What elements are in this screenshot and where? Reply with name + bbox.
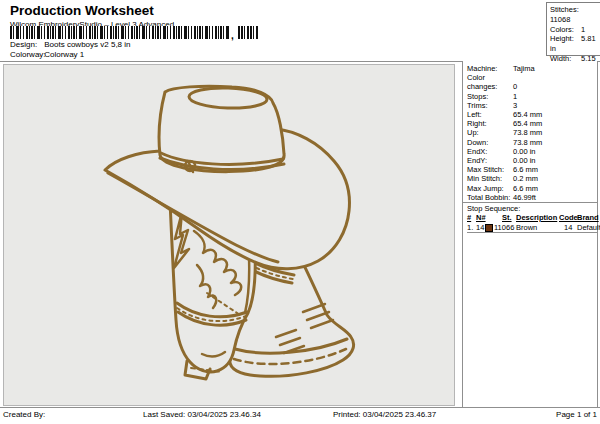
page-title: Production Worksheet xyxy=(10,3,154,18)
seq-row-code: 14 xyxy=(564,223,572,232)
barcode-icon xyxy=(10,26,230,39)
barcode-icon-2 xyxy=(238,26,259,39)
col-header-needle: N# xyxy=(476,213,486,222)
info-right: Right:65.4 mm xyxy=(467,119,597,128)
thread-color-swatch xyxy=(485,224,493,232)
machine-info-list: Machine:Tajima Color changes:0 Stops:1 T… xyxy=(463,61,597,202)
info-min-stitch: Min Stitch:0.2 mm xyxy=(467,174,597,183)
colorway-value: Colorway 1 xyxy=(44,50,84,59)
info-trims: Trims:3 xyxy=(467,101,597,110)
machine-info-panel: Machine:Tajima Color changes:0 Stops:1 T… xyxy=(462,61,598,407)
printed-text: Printed: 03/04/2025 23.46.37 xyxy=(333,410,436,419)
col-header-description: Description xyxy=(516,213,557,222)
last-saved-text: Last Saved: 03/04/2025 23.46.34 xyxy=(143,410,261,419)
info-total-bobbin: Total Bobbin:46.99ft xyxy=(467,193,597,202)
seq-row-needle: 14 xyxy=(476,223,484,232)
design-stats-panel: Stitches:11068 Colors:1 Height:5.81 in W… xyxy=(546,2,600,56)
seq-row-num: 1. xyxy=(467,223,473,232)
stat-height: Height:5.81 in xyxy=(550,34,600,54)
stop-sequence-table: # N# St. Description Code Brand 1. 14 11… xyxy=(467,213,597,233)
col-header-code: Code xyxy=(559,213,578,222)
info-stops: Stops:1 xyxy=(467,92,597,101)
info-down: Down:73.8 mm xyxy=(467,138,597,147)
page-number: Page 1 of 1 xyxy=(556,410,597,419)
seq-row-description: Brown xyxy=(516,223,537,232)
design-value: Boots cowboys v2 5,8 in xyxy=(44,40,130,49)
colorway-label: Colorway: xyxy=(10,50,42,59)
stop-sequence-divider xyxy=(467,232,597,233)
info-machine: Machine:Tajima xyxy=(467,64,597,73)
col-header-stitches: St. xyxy=(502,213,512,222)
stat-stitches: Stitches:11068 xyxy=(550,5,600,25)
info-endx: EndX:0.00 in xyxy=(467,147,597,156)
colorway-row: Colorway: Colorway 1 xyxy=(10,50,84,59)
info-color-changes: Color changes:0 xyxy=(467,73,597,91)
info-max-jump: Max Jump:6.6 mm xyxy=(467,184,597,193)
design-canvas xyxy=(3,64,455,406)
design-row: Design: Boots cowboys v2 5,8 in xyxy=(10,40,131,49)
design-label: Design: xyxy=(10,40,42,49)
info-left: Left:65.4 mm xyxy=(467,110,597,119)
seq-row-stitches: 11066 xyxy=(494,223,514,232)
stop-sequence-title: Stop Sequence: xyxy=(467,204,597,213)
info-up: Up:73.8 mm xyxy=(467,128,597,137)
stat-colors: Colors:1 xyxy=(550,25,600,35)
info-max-stitch: Max Stitch:6.6 mm xyxy=(467,165,597,174)
footer-divider xyxy=(0,407,600,408)
cowboy-boots-hat-artwork xyxy=(4,65,454,405)
col-header-num: # xyxy=(467,213,471,222)
created-by-label: Created By: xyxy=(3,410,45,419)
seq-row-brand: Default xyxy=(577,223,600,232)
production-worksheet-page: Production Worksheet Wilcom EmbroiderySt… xyxy=(0,0,600,424)
col-header-brand: Brand xyxy=(577,213,599,222)
barcode-separator: , xyxy=(231,30,234,41)
info-endy: EndY:0.00 in xyxy=(467,156,597,165)
stop-sequence-section: Stop Sequence: # N# St. Description Code… xyxy=(463,202,597,233)
